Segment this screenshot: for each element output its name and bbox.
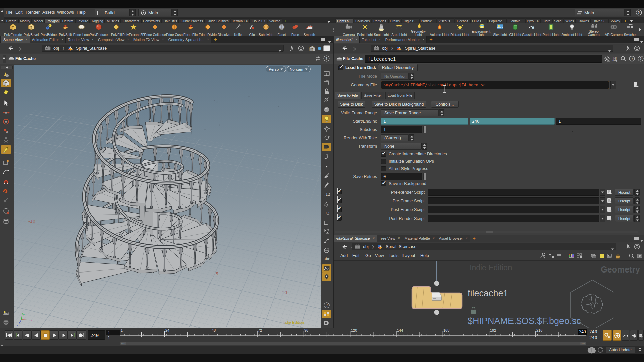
desktop-selector-spinner[interactable] [129, 9, 136, 16]
parm-button-controls[interactable]: Controls... [431, 101, 459, 108]
pane-tab-motion-fx-view-close[interactable]: × [162, 38, 164, 41]
move-tool-button[interactable] [1, 109, 11, 117]
update-mode-spinner[interactable] [636, 347, 644, 353]
set-key-icon[interactable] [614, 333, 620, 339]
net-pathbar-pin-icon[interactable] [625, 244, 631, 249]
parm-node-name-field[interactable]: filecache1 [365, 55, 602, 63]
net-notes-icon[interactable] [599, 253, 605, 259]
shelf-tool-smooth[interactable]: Smooth [298, 23, 321, 37]
pane-tab-scene-view[interactable]: Scene View× [1, 36, 30, 43]
vp-material-sphere-button[interactable] [322, 106, 331, 114]
save-retries-slider-track[interactable] [427, 176, 641, 177]
view-shading-button[interactable] [1, 70, 11, 78]
net-overview-button[interactable] [637, 253, 643, 260]
file-mode-spinner[interactable] [409, 73, 414, 80]
net-grid2-button[interactable] [576, 253, 582, 260]
desktop-selector[interactable]: Build [95, 9, 129, 16]
timeline-scroll-grip-right[interactable]: ···· [580, 342, 586, 345]
vp-view-cam-button[interactable] [322, 143, 331, 151]
net-grid-color-icon[interactable] [568, 253, 574, 259]
net-tab-material-palette-close[interactable]: × [433, 236, 435, 240]
vp-dopsnap-button[interactable]: .12 [322, 190, 331, 198]
scene-pathbar-pin-button[interactable] [289, 46, 294, 52]
parm-pathbar-follow-button[interactable] [634, 45, 640, 53]
pre-frame-script-lang-spinner[interactable] [634, 197, 640, 204]
parm-scrollbar-grip[interactable]: ··· [486, 231, 493, 233]
post-render-script-lang-spinner[interactable] [634, 215, 640, 222]
scene-pathbar-pin-icon[interactable] [289, 46, 294, 51]
vp-ruler-button[interactable] [322, 218, 331, 226]
pre-render-script-menu-button[interactable] [600, 189, 605, 196]
recook-button[interactable] [597, 347, 604, 355]
net-menu-layout[interactable]: Layout [402, 253, 415, 258]
scene-pathbar-node[interactable]: Spiral_Staircase [76, 46, 107, 51]
pane-tab-render-view[interactable]: Render View× [66, 36, 96, 43]
cook-brain-icon[interactable] [587, 346, 596, 354]
parm-pathbar-radar-icon[interactable] [634, 45, 640, 51]
scene-pathbar-back-icon[interactable] [8, 46, 14, 51]
cook-mode-button[interactable] [587, 346, 596, 355]
audio-icon[interactable] [631, 333, 637, 339]
substeps-slider-handle[interactable] [423, 126, 426, 133]
pre-frame-script-field[interactable] [428, 197, 599, 204]
cam-link-pill[interactable]: No cam [287, 66, 311, 72]
net-tabs-maximize-icon[interactable] [634, 237, 639, 240]
pre-render-script-paste-button[interactable] [606, 189, 612, 196]
transform-dropdown[interactable]: None [381, 143, 421, 150]
vp-layout-button[interactable] [322, 70, 331, 78]
render-with-take-dropdown[interactable]: (Current) [381, 134, 409, 141]
net-menu-go[interactable]: Go [365, 253, 371, 258]
valid-frame-range-dropdown[interactable]: Save Frame Range [381, 109, 439, 116]
net-pathbar-field[interactable]: obj❯Spiral_Staircase [352, 243, 616, 250]
playbar-options-icon[interactable] [639, 333, 643, 339]
snap-dim-button[interactable] [1, 196, 11, 204]
scene-path-cube-icon[interactable] [309, 45, 315, 51]
range-end-field[interactable]: 240 [470, 118, 555, 125]
parm-pathbar-node[interactable]: Spiral_Staircase [405, 46, 435, 51]
parm-pathbar-root[interactable]: obj [382, 46, 388, 51]
net-menu-view[interactable]: View [375, 253, 384, 258]
substeps-slider-track[interactable] [427, 129, 641, 130]
scene-pathbar-field-menu-button[interactable] [278, 47, 281, 53]
parm-pathbar-forward-icon[interactable] [351, 47, 356, 51]
vp-disc-button[interactable] [322, 246, 331, 254]
menu-file[interactable]: File [5, 10, 13, 15]
net-image-add-button[interactable] [607, 253, 613, 260]
scene-pathbar-forward-icon[interactable] [17, 47, 22, 51]
net-hierarchy-button[interactable] [549, 253, 555, 260]
reload-geometry-button[interactable]: Reload Geometry [378, 64, 418, 71]
radial-menu-selector-spinner[interactable] [172, 9, 178, 16]
menu-help[interactable]: Help [76, 10, 86, 15]
net-tools-icon[interactable] [540, 253, 546, 259]
vp-image-button[interactable] [322, 264, 331, 273]
vp-dot-button[interactable] [322, 163, 331, 171]
shelf-right-scroll-button[interactable] [639, 27, 641, 33]
net-find-icon[interactable] [629, 253, 635, 259]
net-tab-material-palette[interactable]: Material Palette× [402, 235, 437, 242]
pose-tool-button[interactable] [1, 136, 11, 144]
net-snapshot2-icon[interactable] [591, 253, 597, 259]
initialize-simulation-ops-checkbox[interactable] [381, 159, 386, 164]
file-mode-dropdown[interactable]: No Operation [381, 73, 409, 80]
net-pathbar-node[interactable]: Spiral_Staircase [386, 244, 416, 249]
scene-pathbar-root[interactable]: obj [53, 46, 59, 51]
net-tab-objspiral_staircase[interactable]: /obj/Spiral_Staircase× [334, 235, 377, 242]
pre-frame-script-menu-button[interactable] [600, 197, 605, 204]
geometry-file-chooser-button[interactable] [633, 81, 639, 89]
geometry-file-menu-button[interactable] [610, 81, 616, 89]
viewport-canvas[interactable]: -10 5 10 [14, 65, 321, 328]
orient-pick-button[interactable] [1, 207, 11, 215]
parm-pathbar-field[interactable]: obj❯Spiral_Staircase [371, 45, 613, 52]
remove-key-icon[interactable] [623, 333, 629, 339]
parm-tab-load-from-file[interactable]: Load from File [385, 92, 415, 99]
paste-icon[interactable] [606, 189, 612, 195]
pane-tab-take-list[interactable]: Take List× [360, 36, 383, 43]
net-grid2-icon[interactable] [576, 253, 582, 259]
rings-button[interactable] [1, 217, 11, 225]
pane-tab-take-list-close[interactable]: × [379, 38, 381, 41]
pane-tab-composite-view[interactable]: Composite View× [96, 36, 131, 43]
parm-houdini-button[interactable]: H [612, 56, 618, 63]
playbar-playhead-marker[interactable]: 240 [578, 329, 587, 335]
pane-tab-filecache1-close[interactable]: × [356, 38, 358, 41]
pane-splitter-vertical[interactable] [333, 43, 334, 328]
